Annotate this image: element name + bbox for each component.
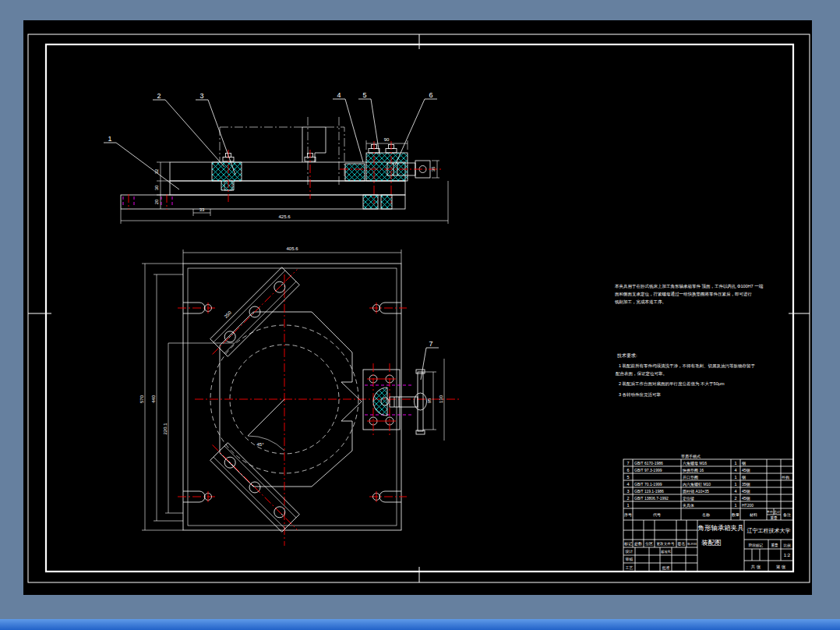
sheet-total: 共 张 xyxy=(750,565,761,570)
callout-7: 7 xyxy=(429,340,432,348)
bom-header-remark: 备注 xyxy=(783,512,791,517)
tech-item-1: 1 装配前所有零件均须清洗干净，不得有毛刺、切屑及油污等脏物存留于 xyxy=(619,363,756,369)
callout-3: 3 xyxy=(199,92,203,100)
engineering-drawing: 90 36 32 30 20 33 425.6 1 2 xyxy=(0,0,840,630)
dim-plan-angle: 45° xyxy=(256,442,264,447)
technical-requirements: 技术要求: 1 装配前所有零件均须清洗干净，不得有毛刺、切屑及油污等脏物存留于 … xyxy=(616,353,756,398)
dim-plan-570: 570 xyxy=(139,395,144,403)
sheet-number: 第 张 xyxy=(776,565,786,570)
bom-row-2: 2 GB/T 13806.7-1992 定位键 2 45钢 xyxy=(626,496,750,501)
bom-qty: 2 xyxy=(734,496,736,501)
dim-plan-130: 130 xyxy=(439,395,443,403)
notes-paragraph: 本夹具用于在卧式铣床上加工角形轴承箱零件 顶面，工件以内孔 Φ100H7 一端 … xyxy=(614,284,764,305)
dim-plan-overall: 405.6 xyxy=(286,246,298,251)
label-approve: 批准 xyxy=(662,565,670,571)
bom-no: 4 xyxy=(626,482,629,487)
label-stage-mark: 阶段标记 xyxy=(749,543,764,548)
dim-front-33: 33 xyxy=(199,207,205,212)
bom-header-no: 序号 xyxy=(624,512,632,518)
bom-no: 6 xyxy=(626,468,629,472)
label-check: 审核 xyxy=(626,557,634,561)
tech-item-2: 2 装配后工作台面对底面的平行度公差值为 不大于50μm xyxy=(619,381,725,387)
label-date: 年月日 xyxy=(687,542,697,546)
bom-material: 45钢 xyxy=(742,496,750,501)
dim-front-30: 30 xyxy=(154,185,159,190)
side-clamp-assembly: 95 130 7 xyxy=(363,340,444,441)
note-line-1: 本夹具用于在卧式铣床上加工角形轴承箱零件 顶面，工件以内孔 Φ100H7 一端 xyxy=(615,284,764,289)
bom-material: 45钢 xyxy=(742,468,750,472)
bom-name: 夹具体 xyxy=(683,503,694,508)
callout-1: 1 xyxy=(108,135,111,143)
bom-row-1: 1 夹具体 1 HT200 xyxy=(626,503,754,508)
bom-name: 开口垫圈 xyxy=(683,475,698,480)
bom-row-3: 3 GB/T 119.1-1986 圆柱销 A10×35 4 45钢 xyxy=(626,489,750,494)
clamp-bar-upper: 250 xyxy=(199,256,306,363)
bom-header-weight: 重量 xyxy=(770,515,778,520)
drawing-subtitle: 装配图 xyxy=(701,539,722,547)
bom-header-name: 名称 xyxy=(702,512,710,517)
bom-code: GB/T 13806.7-1992 xyxy=(634,496,669,501)
bom-name: 六角螺母 M16 xyxy=(683,461,707,465)
tech-item-1b: 配合表面，保证定位可靠。 xyxy=(616,371,667,377)
bom-overflow-text: 带肩手柄式 xyxy=(681,454,701,459)
bom-name: 圆柱销 A10×35 xyxy=(683,489,709,494)
bom-no: 3 xyxy=(626,489,629,494)
label-standard: 标准化 xyxy=(661,550,671,554)
note-line-3: 铣削加工，完成本道工序。 xyxy=(614,299,666,305)
bom-header-qty: 数量 xyxy=(732,512,739,517)
dim-plan-440: 440 xyxy=(151,395,156,403)
bom-name: 定位键 xyxy=(683,496,694,501)
plan-view: 45° 250 xyxy=(139,246,461,546)
callout-2: 2 xyxy=(157,92,161,100)
front-view: 90 36 32 30 20 33 425.6 1 2 xyxy=(104,91,448,224)
bom-header-material: 材料 xyxy=(749,512,757,518)
bom-code: GB/T 97.3-1999 xyxy=(634,468,662,472)
dim-plan-95: 95 xyxy=(427,398,432,403)
bom-material: HT200 xyxy=(742,503,754,508)
label-zone: 分区 xyxy=(645,541,653,546)
dim-front-36: 36 xyxy=(431,166,436,172)
bom-material: 45钢 xyxy=(742,489,750,494)
dim-front-overall: 425.6 xyxy=(278,214,291,219)
drawing-title: 角形轴承箱夹具 xyxy=(697,524,744,532)
dim-front-90: 90 xyxy=(384,137,390,142)
clamp-bar-lower xyxy=(203,436,306,539)
title-block: 序号 代号 名称 数量 材料 单件 总计 重量 备注 带肩手柄式 7 GB/T … xyxy=(623,454,793,572)
organization-name: 辽宁工程技术大学 xyxy=(747,527,791,533)
bom-code: GB/T 119.1-1986 xyxy=(634,489,664,494)
bom-remark: 外购 xyxy=(782,475,789,480)
callout-6: 6 xyxy=(429,91,432,99)
bom-material: 钢 xyxy=(742,461,746,465)
label-sign: 签名 xyxy=(678,541,686,547)
label-weight: 重量 xyxy=(771,543,778,547)
bom-no: 2 xyxy=(626,496,629,501)
bom-header-code: 代号 xyxy=(653,512,661,517)
bom-header-weight-total: 总计 xyxy=(773,510,781,514)
bom-header-weight-each: 单件 xyxy=(767,510,774,514)
dim-plan-220: 220.1 xyxy=(163,423,168,435)
bom-qty: 1 xyxy=(734,475,736,480)
bom-row-6: 6 GB/T 97.3-1999 快换垫圈 16 4 45钢 xyxy=(626,468,750,473)
bom-no: 1 xyxy=(626,503,629,508)
bom-code: GB/T 70.1-1999 xyxy=(634,482,662,487)
callout-4: 4 xyxy=(337,91,341,99)
bom-row-4: 4 GB/T 70.1-1999 内六角螺钉 M10 1 35钢 xyxy=(626,482,750,487)
label-scale: 比例 xyxy=(783,543,791,548)
bom-material: 35钢 xyxy=(742,482,750,487)
bom-name: 内六角螺钉 M10 xyxy=(683,482,711,487)
bom-no: 7 xyxy=(626,461,629,465)
bom-qty: 1 xyxy=(734,482,736,487)
note-line-2: 面和侧面支承定位，拧紧螺母通过一组快换垫圈将零件压紧后，即可进行 xyxy=(615,291,753,297)
label-count: 处数 xyxy=(634,541,642,547)
callout-5: 5 xyxy=(362,91,366,99)
application-window: { "window": { "background_color": "#6680… xyxy=(0,0,840,630)
bom-material: 钢 xyxy=(742,475,746,480)
plan-dimensions: 405.6 570 440 220.1 xyxy=(139,246,401,530)
tech-title: 技术要求: xyxy=(616,353,637,359)
bom-row-5: 5 开口垫圈 1 钢 外购 xyxy=(626,475,789,480)
label-design: 设计 xyxy=(625,549,634,554)
scale-value: 1:2 xyxy=(784,553,791,557)
tech-item-3: 3 各转动件应灵活可靠 xyxy=(619,392,662,398)
label-doc-no: 更改文件号 xyxy=(657,541,675,546)
label-mark: 标记 xyxy=(623,541,632,547)
